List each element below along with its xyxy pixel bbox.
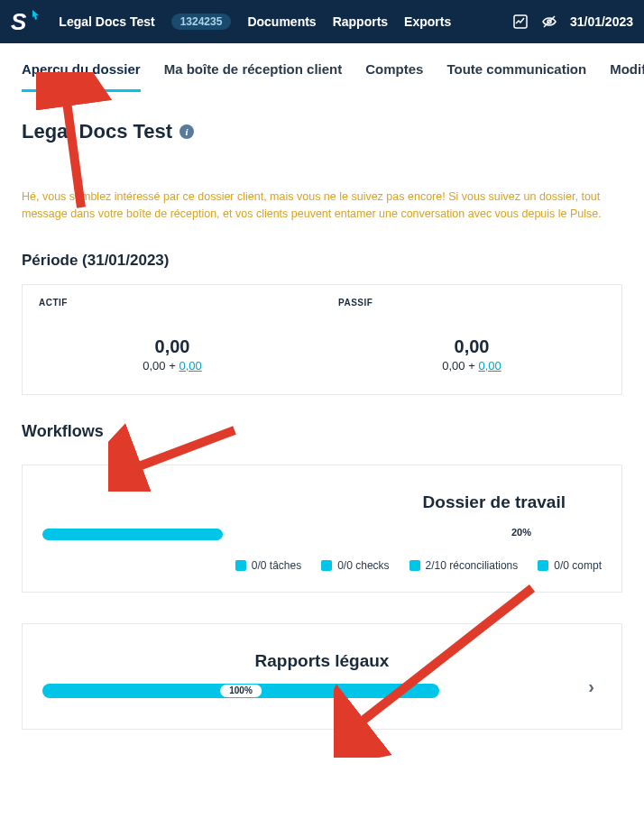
nav-client-name[interactable]: Legal Docs Test xyxy=(59,14,154,29)
follow-notice: Hé, vous semblez intéressé par ce dossie… xyxy=(22,189,622,223)
passif-sub: 0,00 + 0,00 xyxy=(338,359,605,373)
app-logo[interactable]: S xyxy=(11,8,42,36)
pointer-icon xyxy=(28,9,42,26)
tab-comptes[interactable]: Comptes xyxy=(365,61,423,92)
workflows-heading: Workflows xyxy=(0,395,644,448)
passif-value: 0,00 xyxy=(338,336,605,357)
tab-bar: Aperçu du dossier Ma boîte de réception … xyxy=(0,43,644,93)
eye-off-icon[interactable] xyxy=(541,14,557,30)
legend-taches: 0/0 tâches xyxy=(235,559,301,572)
top-navbar: S Legal Docs Test 1324235 Documents Rapp… xyxy=(0,0,644,43)
actif-sub: 0,00 + 0,00 xyxy=(39,359,306,373)
legend-compt: 0/0 compt xyxy=(538,559,602,572)
actif-label: ACTIF xyxy=(39,298,306,308)
legend-square-icon xyxy=(235,560,246,571)
tab-apercu[interactable]: Aperçu du dossier xyxy=(22,61,141,92)
rapports-percent: 100% xyxy=(220,685,262,697)
chart-icon[interactable] xyxy=(512,14,529,30)
page-title-row: Legal Docs Test i xyxy=(0,93,644,152)
passif-label: PASSIF xyxy=(338,298,605,308)
actif-link[interactable]: 0,00 xyxy=(179,359,201,373)
nav-documents[interactable]: Documents xyxy=(247,14,316,29)
rapports-progress: 100% xyxy=(42,684,439,698)
chevron-right-icon[interactable]: › xyxy=(588,676,594,697)
legend-square-icon xyxy=(538,560,548,571)
rapports-card[interactable]: Rapports légaux 100% › xyxy=(22,623,622,730)
tab-modific[interactable]: Modific xyxy=(610,61,644,92)
tab-communication[interactable]: Toute communication xyxy=(446,61,586,92)
workflow-progress: 20% xyxy=(42,529,602,541)
tab-inbox[interactable]: Ma boîte de réception client xyxy=(164,61,343,92)
rapports-title: Rapports légaux xyxy=(42,651,602,671)
client-id-badge: 1324235 xyxy=(171,14,232,30)
nav-date[interactable]: 31/01/2023 xyxy=(570,14,633,29)
legend-checks: 0/0 checks xyxy=(321,559,389,572)
info-icon[interactable]: i xyxy=(179,124,194,139)
actif-column: ACTIF 0,00 0,00 + 0,00 xyxy=(23,285,322,394)
legend-square-icon xyxy=(409,560,420,571)
period-heading: Période (31/01/2023) xyxy=(0,239,644,275)
legend-square-icon xyxy=(321,560,332,571)
logo-s-glyph: S xyxy=(11,8,26,36)
legend-reconciliations: 2/10 réconciliations xyxy=(409,559,519,572)
passif-link[interactable]: 0,00 xyxy=(478,359,501,373)
workflow-legend: 0/0 tâches 0/0 checks 2/10 réconciliatio… xyxy=(42,559,602,572)
page-title: Legal Docs Test xyxy=(22,120,172,143)
workflow-card[interactable]: Dossier de travail 20% 0/0 tâches 0/0 ch… xyxy=(22,464,622,593)
actif-value: 0,00 xyxy=(39,336,306,357)
nav-exports[interactable]: Exports xyxy=(404,14,451,29)
workflow-title: Dossier de travail xyxy=(42,492,566,512)
nav-rapports[interactable]: Rapports xyxy=(333,14,388,29)
workflow-bar-segment xyxy=(42,529,223,540)
balance-card: ACTIF 0,00 0,00 + 0,00 PASSIF 0,00 0,00 … xyxy=(22,284,622,395)
workflow-percent: 20% xyxy=(511,527,531,538)
passif-column: PASSIF 0,00 0,00 + 0,00 xyxy=(322,285,621,394)
